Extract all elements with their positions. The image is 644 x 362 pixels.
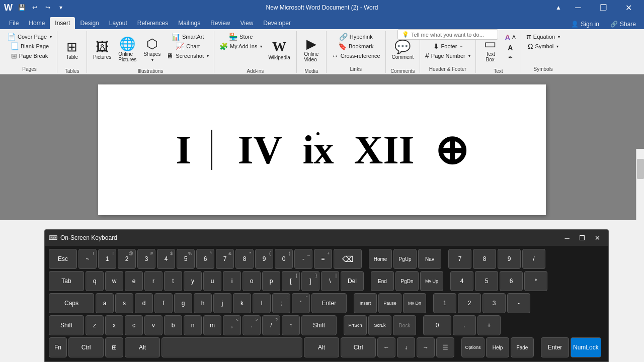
key-num-minus[interactable]: - — [507, 293, 530, 313]
key-0[interactable]: )0 — [275, 249, 293, 269]
key-7[interactable]: &7 — [216, 249, 234, 269]
key-i[interactable]: i — [223, 271, 241, 291]
key-tab[interactable]: Tab — [49, 271, 84, 291]
close-button[interactable]: ✕ — [617, 0, 640, 15]
osk-restore-button[interactable]: ❐ — [575, 232, 589, 243]
cross-reference-button[interactable]: ↔ Cross-reference — [330, 51, 382, 60]
symbol-button[interactable]: Ω Symbol▾ — [524, 42, 562, 51]
key-l[interactable]: l — [253, 293, 271, 313]
key-num0[interactable]: 0 — [423, 315, 451, 335]
wikipedia-button[interactable]: W Wikipedia — [265, 32, 293, 67]
key-scrlk[interactable]: ScrLk — [368, 315, 391, 335]
key-num6[interactable]: 6 — [500, 271, 523, 291]
tab-file[interactable]: File — [4, 17, 24, 29]
key-left-arrow[interactable]: ← — [377, 337, 395, 357]
key-caps[interactable]: Caps — [49, 293, 94, 313]
key-q[interactable]: q — [86, 271, 104, 291]
key-semicolon[interactable]: :; — [272, 293, 290, 313]
key-r[interactable]: r — [144, 271, 163, 291]
key-v[interactable]: v — [144, 315, 163, 335]
dropcap-button[interactable]: A — [503, 43, 518, 53]
key-tilde[interactable]: !~ — [78, 249, 97, 269]
key-2[interactable]: @2 — [118, 249, 136, 269]
key-fn[interactable]: Fn — [49, 337, 67, 357]
minimize-button[interactable]: ─ — [567, 0, 590, 15]
key-esc[interactable]: Esc — [49, 249, 77, 269]
signature-line-button[interactable]: ✒ — [503, 53, 518, 62]
tab-insert[interactable]: Insert — [50, 17, 75, 29]
document-page[interactable]: I IV ix XII ⊕ — [98, 84, 546, 215]
key-6[interactable]: ^6 — [196, 249, 214, 269]
key-pgup[interactable]: PgUp — [393, 249, 417, 269]
store-button[interactable]: 🏪 Store — [217, 32, 264, 41]
key-1[interactable]: !1 — [98, 249, 116, 269]
key-prtscn[interactable]: PrtScn — [344, 315, 367, 335]
equation-button[interactable]: π Equation▾ — [524, 32, 562, 41]
key-num3[interactable]: 3 — [482, 293, 506, 313]
key-num-slash[interactable]: / — [522, 249, 545, 269]
key-z[interactable]: z — [86, 315, 104, 335]
key-nav[interactable]: Nav — [418, 249, 441, 269]
key-9[interactable]: (9 — [255, 249, 273, 269]
tab-home[interactable]: Home — [24, 17, 50, 29]
key-lbracket[interactable]: {[ — [282, 271, 300, 291]
save-button[interactable]: 💾 — [16, 2, 28, 14]
key-p[interactable]: p — [262, 271, 280, 291]
key-rbracket[interactable]: }] — [301, 271, 319, 291]
tab-view[interactable]: View — [235, 17, 259, 29]
key-ctrl-right[interactable]: Ctrl — [341, 337, 376, 357]
key-b[interactable]: b — [164, 315, 182, 335]
key-num9[interactable]: 9 — [498, 249, 521, 269]
key-num-star[interactable]: * — [524, 271, 547, 291]
key-num7[interactable]: 7 — [448, 249, 471, 269]
restore-ribbon-button[interactable]: ▲ — [552, 2, 565, 14]
key-slash[interactable]: ?/ — [262, 315, 280, 335]
table-button[interactable]: ⊞ Table — [60, 32, 84, 67]
key-comma[interactable]: <, — [223, 315, 241, 335]
key-num5[interactable]: 5 — [475, 271, 498, 291]
key-win[interactable]: ⊞ — [105, 337, 123, 357]
redo-button[interactable]: ↪ — [42, 2, 54, 14]
hyperlink-button[interactable]: 🔗 Hyperlink — [330, 32, 382, 41]
key-mvup[interactable]: Mv Up — [420, 271, 443, 291]
blank-page-button[interactable]: 📃 Blank Page — [5, 42, 54, 51]
key-dock[interactable]: Dock — [393, 315, 416, 335]
key-num4[interactable]: 4 — [450, 271, 473, 291]
vertical-scrollbar[interactable] — [636, 149, 644, 220]
key-num1[interactable]: 1 — [433, 293, 456, 313]
shapes-button[interactable]: ⬡ Shapes▾ — [140, 32, 164, 67]
key-insert[interactable]: Insert — [354, 293, 377, 313]
tab-references[interactable]: References — [132, 17, 173, 29]
key-k[interactable]: k — [233, 293, 251, 313]
key-num8[interactable]: 8 — [473, 249, 496, 269]
chart-button[interactable]: 📈 Chart — [165, 42, 211, 51]
key-end[interactable]: End — [371, 271, 394, 291]
key-period[interactable]: >. — [243, 315, 261, 335]
key-numlock[interactable]: NumLock — [571, 337, 601, 357]
key-4[interactable]: $4 — [157, 249, 175, 269]
key-pause[interactable]: Pause — [378, 293, 401, 313]
key-shift-right[interactable]: Shift — [301, 315, 337, 335]
key-t[interactable]: t — [164, 271, 182, 291]
key-f[interactable]: f — [154, 293, 173, 313]
key-enter[interactable]: Enter — [311, 293, 347, 313]
key-down-arrow[interactable]: ↓ — [397, 337, 415, 357]
key-alt-left[interactable]: Alt — [125, 337, 160, 357]
key-w[interactable]: w — [105, 271, 123, 291]
page-number-button[interactable]: # Page Number▾ — [423, 51, 472, 60]
key-shift-left[interactable]: Shift — [49, 315, 84, 335]
pictures-button[interactable]: 🖼 Pictures — [90, 32, 114, 67]
key-x[interactable]: x — [105, 315, 123, 335]
sign-in-button[interactable]: 👤 Sign in — [567, 19, 603, 29]
key-u[interactable]: u — [203, 271, 221, 291]
restore-button[interactable]: ❐ — [592, 0, 615, 15]
key-g[interactable]: g — [174, 293, 192, 313]
key-j[interactable]: j — [213, 293, 231, 313]
key-options[interactable]: Options — [461, 337, 485, 357]
key-o[interactable]: o — [243, 271, 261, 291]
bookmark-button[interactable]: 🔖 Bookmark — [330, 42, 382, 51]
key-y[interactable]: y — [184, 271, 202, 291]
tab-design[interactable]: Design — [75, 17, 104, 29]
customize-qat-button[interactable]: ▾ — [55, 2, 67, 14]
page-break-button[interactable]: ⊞ Page Break — [5, 51, 54, 60]
